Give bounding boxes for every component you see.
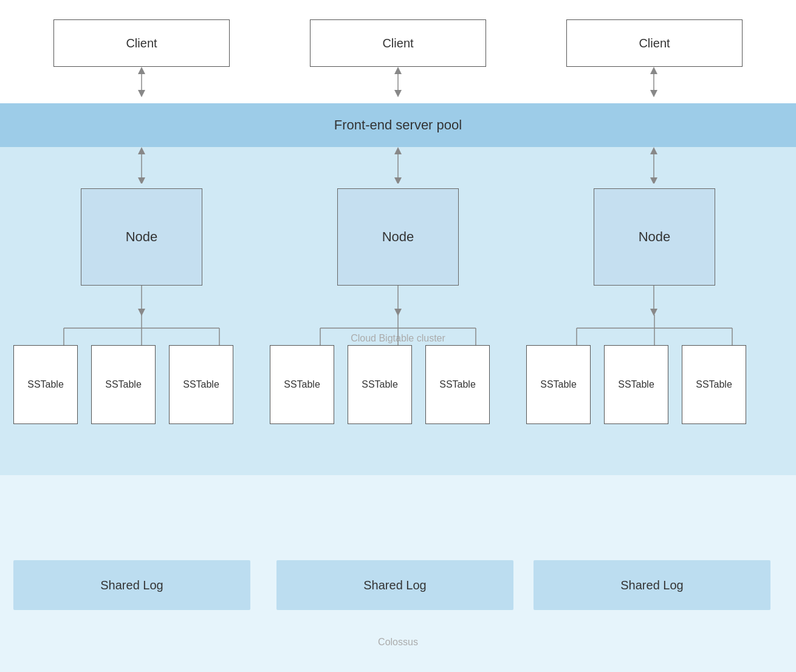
sstable-label-1-2: SSTable: [105, 379, 142, 390]
node-box-1: Node: [81, 188, 202, 286]
arrow-node3-sstable: [648, 286, 660, 316]
client-box-2: Client: [310, 19, 486, 67]
shared-log-label-1: Shared Log: [100, 578, 163, 592]
sstable-2-1: SSTable: [270, 345, 334, 424]
svg-marker-14: [394, 177, 402, 183]
arrow-node2-sstable: [392, 286, 404, 316]
arrow-node1-sstable: [136, 286, 148, 316]
diagram-container: Client Client Client Front-end server po…: [0, 0, 796, 672]
sstable-label-3-1: SSTable: [540, 379, 577, 390]
client-label-1: Client: [126, 36, 157, 50]
sstable-1-3: SSTable: [169, 345, 233, 424]
svg-marker-2: [138, 90, 145, 97]
tbranch-1: [33, 315, 222, 345]
sstable-1-2: SSTable: [91, 345, 156, 424]
node-box-2: Node: [337, 188, 459, 286]
svg-marker-4: [394, 67, 402, 74]
svg-marker-8: [650, 90, 657, 97]
svg-marker-13: [394, 147, 402, 154]
sstable-label-2-3: SSTable: [439, 379, 476, 390]
shared-log-label-3: Shared Log: [620, 578, 683, 592]
shared-log-2: Shared Log: [276, 560, 513, 610]
client-label-3: Client: [639, 36, 670, 50]
shared-log-1: Shared Log: [13, 560, 250, 610]
node-label-3: Node: [639, 229, 671, 245]
svg-marker-5: [394, 90, 402, 97]
client-box-1: Client: [53, 19, 230, 67]
arrow-client2-frontend: [392, 67, 404, 97]
node-label-2: Node: [382, 229, 414, 245]
tbranch-2: [290, 315, 478, 345]
sstable-label-1-1: SSTable: [27, 379, 64, 390]
sstable-label-3-2: SSTable: [618, 379, 654, 390]
tbranch-3: [546, 315, 735, 345]
client-box-3: Client: [566, 19, 743, 67]
sstable-2-3: SSTable: [425, 345, 490, 424]
node-label-1: Node: [126, 229, 158, 245]
shared-log-3: Shared Log: [534, 560, 770, 610]
arrow-client1-frontend: [136, 67, 148, 97]
svg-marker-16: [650, 147, 657, 154]
svg-marker-17: [650, 177, 657, 183]
frontend-pool-box: Front-end server pool: [12, 103, 784, 147]
sstable-label-2-1: SSTable: [284, 379, 320, 390]
svg-marker-1: [138, 67, 145, 74]
sstable-3-1: SSTable: [526, 345, 591, 424]
arrow-client3-frontend: [648, 67, 660, 97]
sstable-3-2: SSTable: [604, 345, 668, 424]
frontend-pool-label: Front-end server pool: [334, 117, 462, 133]
svg-marker-11: [138, 177, 145, 183]
colossus-label: Colossus: [0, 637, 796, 648]
sstable-label-2-2: SSTable: [362, 379, 398, 390]
sstable-3-3: SSTable: [682, 345, 746, 424]
svg-marker-10: [138, 147, 145, 154]
sstable-1-1: SSTable: [13, 345, 78, 424]
sstable-2-2: SSTable: [348, 345, 412, 424]
arrow-frontend-node1: [136, 147, 148, 183]
sstable-label-3-3: SSTable: [696, 379, 732, 390]
shared-log-label-2: Shared Log: [363, 578, 426, 592]
node-box-3: Node: [594, 188, 715, 286]
svg-marker-7: [650, 67, 657, 74]
arrow-frontend-node2: [392, 147, 404, 183]
sstable-label-1-3: SSTable: [183, 379, 219, 390]
client-label-2: Client: [382, 36, 413, 50]
arrow-frontend-node3: [648, 147, 660, 183]
